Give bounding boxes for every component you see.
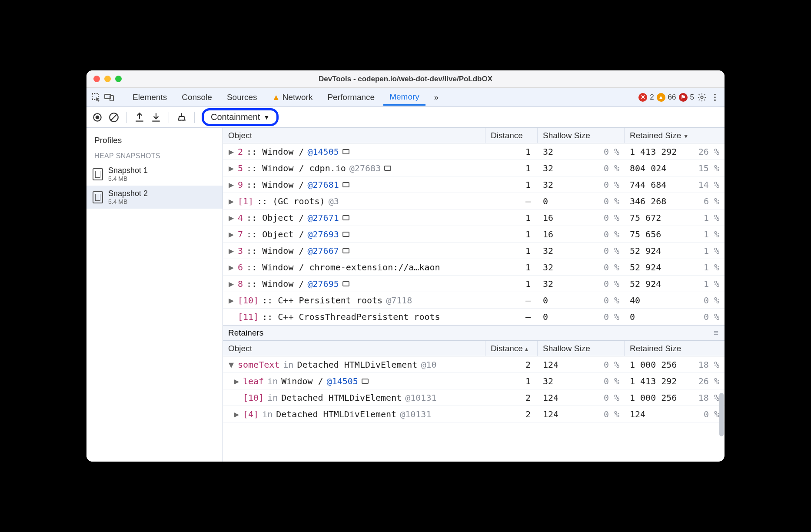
table-row[interactable]: ▼ someText in Detached HTMLDivElement @1… <box>223 356 725 373</box>
table-row[interactable]: [10] in Detached HTMLDivElement @10131 2… <box>223 389 725 406</box>
scrollbar-thumb[interactable] <box>719 393 724 436</box>
inspect-icon[interactable] <box>91 92 101 103</box>
disclosure-triangle-icon[interactable]: ▶ <box>228 229 234 239</box>
row-link[interactable]: @27671 <box>308 213 339 223</box>
row-index: [11] <box>238 312 259 322</box>
row-shallow: 32 <box>543 163 553 173</box>
disclosure-triangle-icon[interactable]: ▶ <box>228 246 234 256</box>
snapshot-item[interactable]: Snapshot 1 5.4 MB <box>86 163 223 186</box>
tab-network[interactable]: ▲ Network <box>266 89 319 106</box>
table-row[interactable]: ▶ 7 :: Object / @27693 1 160 % 75 6561 % <box>223 226 725 243</box>
svg-point-8 <box>96 115 100 119</box>
tab-memory[interactable]: Memory <box>383 89 425 106</box>
table-row[interactable]: ▶ [10] :: C++ Persistent roots @7118 – 0… <box>223 292 725 309</box>
pane-menu-icon[interactable]: ≡ <box>714 328 719 338</box>
preview-icon[interactable] <box>342 281 349 286</box>
record-icon[interactable] <box>92 112 103 123</box>
col-object[interactable]: Object <box>223 128 485 143</box>
tab-performance[interactable]: Performance <box>321 89 381 106</box>
preview-icon[interactable] <box>342 149 349 154</box>
row-link[interactable]: @27667 <box>308 246 339 256</box>
objects-header: Object Distance Shallow Size Retained Si… <box>223 128 725 143</box>
preview-icon[interactable] <box>384 166 391 171</box>
preview-icon[interactable] <box>342 182 349 187</box>
row-shallow: 124 <box>543 392 558 403</box>
row-distance: 1 <box>485 244 538 258</box>
export-icon[interactable] <box>134 112 145 123</box>
row-shallow-pct: 0 % <box>598 312 619 322</box>
tab-console[interactable]: Console <box>176 89 218 106</box>
gc-broom-icon[interactable] <box>176 112 187 123</box>
table-row[interactable]: ▶ 8 :: Window / @27695 1 320 % 52 9241 % <box>223 276 725 292</box>
table-row[interactable]: ▶ 9 :: Window / @27681 1 320 % 744 68414… <box>223 176 725 193</box>
row-distance: 1 <box>485 145 538 159</box>
preview-icon[interactable] <box>342 248 349 253</box>
table-row[interactable]: ▶ 6 :: Window / chrome-extension://a…kao… <box>223 259 725 276</box>
row-link[interactable]: @14505 <box>327 376 358 386</box>
table-row[interactable]: [11] :: C++ CrossThreadPersistent roots … <box>223 309 725 325</box>
disclosure-triangle-icon[interactable]: ▶ <box>228 196 234 206</box>
disclosure-triangle-icon[interactable]: ▶ <box>228 163 234 173</box>
row-index: 8 <box>238 279 243 289</box>
minimize-icon[interactable] <box>104 76 111 82</box>
disclosure-triangle-icon[interactable]: ▶ <box>228 213 234 223</box>
table-row[interactable]: ▶ 3 :: Window / @27667 1 320 % 52 9241 % <box>223 243 725 259</box>
perspective-dropdown[interactable]: Containment ▼ <box>202 108 279 126</box>
col-retained[interactable]: Retained Size <box>625 341 725 356</box>
row-link[interactable]: @27681 <box>308 180 339 190</box>
error-count[interactable]: ✕ 2 <box>638 93 654 102</box>
preview-icon[interactable] <box>342 215 349 220</box>
settings-icon[interactable] <box>697 92 707 103</box>
table-row[interactable]: ▶ 5 :: Window / cdpn.io @27683 1 320 % 8… <box>223 160 725 176</box>
close-icon[interactable] <box>93 76 100 82</box>
row-distance: – <box>485 194 538 208</box>
disclosure-triangle-icon[interactable]: ▼ <box>228 359 234 370</box>
col-shallow[interactable]: Shallow Size <box>538 341 625 356</box>
disclosure-triangle-icon[interactable]: ▶ <box>228 146 234 157</box>
traffic-lights <box>93 76 122 82</box>
more-icon[interactable] <box>710 92 720 103</box>
disclosure-triangle-icon[interactable]: ▶ <box>228 279 234 289</box>
issue-count-value: 5 <box>690 93 694 102</box>
row-link[interactable]: @27695 <box>308 279 339 289</box>
sidebar-title: Profiles <box>86 132 223 149</box>
issue-count[interactable]: ⚑ 5 <box>679 93 694 102</box>
preview-icon[interactable] <box>342 232 349 237</box>
disclosure-triangle-icon[interactable]: ▶ <box>228 180 234 190</box>
col-distance[interactable]: Distance <box>485 341 538 356</box>
col-distance[interactable]: Distance <box>485 128 538 143</box>
row-index: [10] <box>238 295 259 306</box>
warning-count[interactable]: ▲ 66 <box>657 93 676 102</box>
import-icon[interactable] <box>150 112 162 123</box>
maximize-icon[interactable] <box>115 76 122 82</box>
table-row[interactable]: ▶ [4] in Detached HTMLDivElement @10131 … <box>223 406 725 422</box>
clear-icon[interactable] <box>108 112 120 123</box>
col-shallow[interactable]: Shallow Size <box>538 128 625 143</box>
col-retained[interactable]: Retained Size <box>625 128 725 143</box>
device-icon[interactable] <box>104 92 114 103</box>
row-retained-pct: 15 % <box>698 163 719 173</box>
disclosure-triangle-icon[interactable]: ▶ <box>228 295 234 306</box>
tab-elements[interactable]: Elements <box>126 89 173 106</box>
row-retained: 1 413 292 <box>630 376 677 386</box>
table-row[interactable]: ▶ leaf in Window / @14505 1 320 % 1 413 … <box>223 373 725 389</box>
objects-rows: ▶ 2 :: Window / @14505 1 320 % 1 413 292… <box>223 143 725 325</box>
preview-icon[interactable] <box>362 379 369 384</box>
separator <box>126 112 127 123</box>
row-retained-pct: 1 % <box>698 262 719 273</box>
disclosure-triangle-icon[interactable]: ▶ <box>233 409 239 419</box>
table-row[interactable]: ▶ 2 :: Window / @14505 1 320 % 1 413 292… <box>223 143 725 160</box>
col-object[interactable]: Object <box>223 341 485 356</box>
row-link[interactable]: @14505 <box>308 146 339 157</box>
row-distance: 1 <box>485 161 538 175</box>
tabs-overflow[interactable]: » <box>428 89 445 106</box>
row-shallow-pct: 0 % <box>598 246 619 256</box>
disclosure-triangle-icon[interactable]: ▶ <box>233 376 239 386</box>
tab-sources[interactable]: Sources <box>221 89 263 106</box>
row-link[interactable]: @27693 <box>308 229 339 239</box>
table-row[interactable]: ▶ 4 :: Object / @27671 1 160 % 75 6721 % <box>223 209 725 226</box>
row-index: 6 <box>238 262 243 273</box>
snapshot-item[interactable]: Snapshot 2 5.4 MB <box>86 186 223 209</box>
disclosure-triangle-icon[interactable]: ▶ <box>228 262 234 273</box>
table-row[interactable]: ▶ [1] :: (GC roots) @3 – 00 % 346 2686 % <box>223 193 725 209</box>
